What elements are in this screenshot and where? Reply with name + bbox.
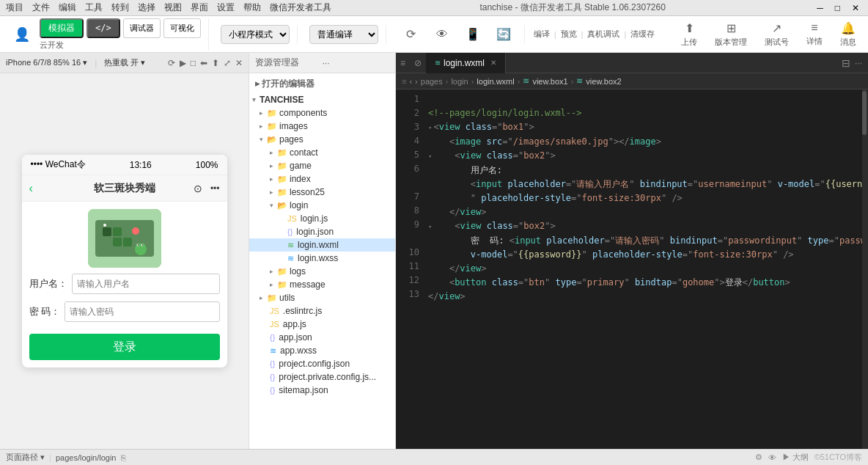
index-arrow-icon: ▸ [270,175,277,183]
menu-help[interactable]: 帮助 [243,1,261,14]
menu-weixin-tools[interactable]: 微信开发者工具 [270,1,331,14]
login-button[interactable]: 登录 [29,334,220,360]
folder-components[interactable]: ▸ 📁 components [249,106,395,120]
folder-contact[interactable]: ▸ 📁 contact [249,146,395,159]
more-icon[interactable]: ••• [210,183,220,194]
breadcrumb-forward-icon[interactable]: › [415,77,418,86]
compile-select[interactable]: 普通编译 自定义编译 [309,25,378,44]
password-input[interactable] [65,301,219,322]
breadcrumb-view-box2[interactable]: view.box2 [586,77,621,86]
username-input[interactable] [72,274,220,294]
sim-forward-icon[interactable]: ⬆ [212,58,219,68]
folder-images[interactable]: ▸ 📁 images [249,120,395,133]
hot-reload-toggle[interactable]: 热重载 开 ▾ [104,57,145,68]
folder-message[interactable]: ▸ 📁 message [249,278,395,291]
refresh-button[interactable]: ⟳ [397,25,426,44]
tab-menu-icon[interactable]: ≡ [396,58,410,68]
scrollbar[interactable] [862,89,868,449]
path-label[interactable]: 页面路径 ▾ [6,452,45,463]
breadcrumb-file[interactable]: login.wxml [477,77,514,86]
folder-login[interactable]: ▾ 📂 login [249,199,395,212]
project-config-label: project.config.json [279,359,350,369]
menu-goto[interactable]: 转到 [111,1,129,14]
close-button[interactable]: ✕ [849,3,862,13]
sim-expand-icon[interactable]: ⤢ [224,58,231,68]
file-login-wxss[interactable]: ▸ ≋ login.wxss [249,252,395,265]
editor-toggle-button[interactable]: </> [87,18,120,38]
back-arrow-icon[interactable]: ‹ [29,182,33,195]
file-project-private[interactable]: ▸ {} project.private.config.js... [249,370,395,384]
folder-icon: 📁 [277,188,287,197]
breadcrumb-back-icon[interactable]: ‹ [409,77,412,86]
folder-utils[interactable]: ▸ 📁 utils [249,291,395,304]
menu-interface[interactable]: 界面 [191,1,208,14]
breadcrumb-pages[interactable]: pages [421,77,443,86]
debugger-button[interactable]: 调试器 [123,18,161,38]
breadcrumb-login-dir[interactable]: login [451,77,468,86]
tab-close-icon[interactable]: ✕ [490,59,496,67]
settings-icon[interactable]: ⚙ [755,453,762,462]
file-login-js[interactable]: ▸ JS login.js [249,212,395,225]
file-app-wxss[interactable]: ▸ ≋ app.wxss [249,344,395,357]
file-app-json[interactable]: ▸ {} app.json [249,331,395,344]
menu-select[interactable]: 选择 [138,1,155,14]
maximize-button[interactable]: □ [832,3,843,13]
copy-path-icon[interactable]: ⎘ [121,453,126,462]
real-device-button[interactable]: 📱 [458,25,488,44]
more-actions-icon[interactable]: ··· [323,58,390,68]
eye-toggle-icon[interactable]: 👁 [768,453,776,462]
notify-button[interactable]: 🔔 消息 [836,20,861,49]
menu-project[interactable]: 项目 [6,1,23,14]
expand-outline-button[interactable]: ▶ 大纲 [782,452,809,463]
device-select[interactable]: iPhone 6/7/8 85% 16 ▾ [6,58,87,67]
upload-button[interactable]: ⬆ 上传 [677,20,702,49]
menu-settings[interactable]: 设置 [217,1,235,14]
sim-home-icon[interactable]: □ [191,58,196,68]
split-editor-icon[interactable]: ⊟ [842,57,850,69]
vision-button[interactable]: 可视化 [163,18,201,38]
project-root[interactable]: ▾ TANCHISE [249,93,395,106]
simulator-toggle-button[interactable]: 模拟器 [40,18,84,38]
folder-game[interactable]: ▸ 📁 game [249,159,395,172]
menu-bar[interactable]: 项目 文件 编辑 工具 转到 选择 视图 界面 设置 帮助 微信开发者工具 [6,1,331,14]
sim-back-icon[interactable]: ⬅ [200,58,207,68]
folder-logs[interactable]: ▸ 📁 logs [249,265,395,278]
simulator-icon-button[interactable]: 👤 [7,25,37,44]
file-eslintrc[interactable]: ▸ JS .eslintrc.js [249,304,395,318]
folder-lesson25[interactable]: ▸ 📁 lesson25 [249,186,395,199]
menu-view[interactable]: 视图 [164,1,182,14]
game-label: game [290,161,312,171]
file-login-json[interactable]: ▸ {} login.json [249,225,395,238]
code-content[interactable]: <!--pages/login/login.wxml--> ▾<view cla… [422,89,862,449]
sim-play-icon[interactable]: ▶ [180,58,186,68]
svg-point-13 [137,244,139,246]
window-controls[interactable]: ─ □ ✕ [814,3,862,13]
folder-index[interactable]: ▸ 📁 index [249,172,395,186]
tab-pin-icon[interactable]: ⊘ [410,58,426,68]
version-manage-button[interactable]: ⊞ 版本管理 [710,20,751,49]
menu-edit[interactable]: 编辑 [59,1,76,14]
file-project-config[interactable]: ▸ {} project.config.json [249,357,395,370]
preview-button[interactable]: 👁 [427,25,457,44]
sim-refresh-icon[interactable]: ⟳ [168,58,175,68]
recent-section[interactable]: ▸ 打开的编辑器 [249,75,395,93]
sim-close-icon[interactable]: ✕ [235,58,243,68]
folder-pages[interactable]: ▾ 📂 pages [249,133,395,146]
app-json-label: app.json [279,332,312,343]
file-app-js[interactable]: ▸ JS app.js [249,318,395,331]
file-login-wxml[interactable]: ▸ ≋ login.wxml [249,238,395,252]
tab-login-wxml[interactable]: ≋ login.wxml ✕ [426,53,506,73]
test-num-button[interactable]: ↗ 测试号 [760,20,793,49]
clear-cache-button[interactable]: 🔄 [489,25,518,44]
camera-icon[interactable]: ⊙ [194,183,202,194]
menu-file[interactable]: 文件 [32,1,50,14]
real-dev-label: 真机调试 [587,29,619,40]
menu-tools[interactable]: 工具 [85,1,103,14]
scrollbar-thumb[interactable] [862,91,867,135]
file-sitemap[interactable]: ▸ {} sitemap.json [249,384,395,397]
breadcrumb-view-box1[interactable]: view.box1 [532,77,567,86]
more-editor-icon[interactable]: ··· [855,58,862,68]
minimize-button[interactable]: ─ [814,3,826,13]
mode-select[interactable]: 小程序模式 插件模式 [221,25,290,44]
detail-button[interactable]: ≡ 详情 [802,20,827,48]
